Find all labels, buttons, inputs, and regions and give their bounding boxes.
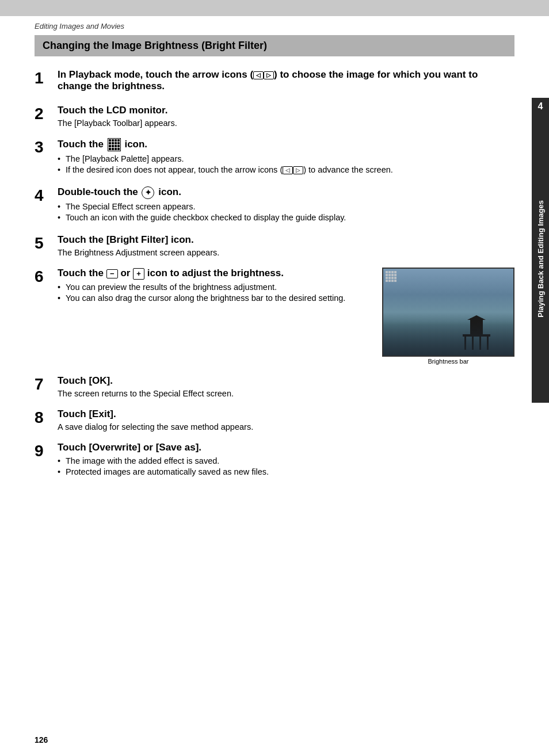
step-1: 1 In Playback mode, touch the arrow icon… (35, 69, 514, 94)
step-1-content: In Playback mode, touch the arrow icons … (58, 69, 514, 94)
right-arrow-icon: ▷ (264, 71, 274, 79)
page-number: 126 (35, 735, 48, 744)
step-4-bullet-1: The Special Effect screen appears. (58, 202, 514, 211)
step-number-7: 7 (35, 375, 58, 392)
brightness-bar-caption: Brightness bar (428, 358, 469, 365)
step-6-image: Cancel OK − + (382, 268, 514, 365)
step-3-bullet-1: The [Playback Palette] appears. (58, 154, 514, 163)
step-8: 8 Touch [Exit]. A save dialog for select… (35, 408, 514, 432)
step-7-title: Touch [OK]. (58, 375, 514, 387)
svg-rect-3 (487, 335, 489, 350)
sidebar-text: Playing Back and Editing Images (536, 200, 545, 318)
step-6: 6 Touch the − or + icon to adjust the br… (35, 268, 514, 365)
step-number-9: 9 (35, 442, 58, 459)
grid-icon (108, 138, 121, 151)
step-4-content: Double-touch the ✦ icon. The Special Eff… (58, 186, 514, 224)
step-1-title: In Playback mode, touch the arrow icons … (58, 69, 514, 92)
step-5: 5 Touch the [Bright Filter] icon. The Br… (35, 234, 514, 257)
minus-icon: − (106, 269, 118, 278)
step-5-title: Touch the [Bright Filter] icon. (58, 234, 514, 246)
step-number-8: 8 (35, 408, 58, 426)
sidebar: Playing Back and Editing Images (532, 115, 549, 403)
step-number-4: 4 (35, 186, 58, 204)
sidebar-number: 4 (532, 98, 549, 115)
step-2-content: Touch the LCD monitor. The [Playback Too… (58, 105, 514, 128)
svg-marker-6 (467, 315, 486, 320)
step-9-bullet-2: Protected images are automatically saved… (58, 467, 514, 476)
step-8-title: Touch [Exit]. (58, 408, 514, 420)
step-4: 4 Double-touch the ✦ icon. The Special E… (35, 186, 514, 224)
svg-rect-1 (472, 335, 474, 350)
breadcrumb: Editing Images and Movies (0, 16, 549, 35)
svg-rect-4 (463, 334, 490, 337)
step-3: 3 Touch the icon. The [Playback Palette]… (35, 138, 514, 176)
svg-rect-0 (464, 335, 466, 350)
camera-grid-icon (386, 271, 396, 282)
step-6-bullets: You can preview the results of the brigh… (58, 282, 371, 303)
left-arrow-icon: ◁ (253, 71, 264, 79)
svg-rect-5 (470, 318, 483, 335)
step-5-desc: The Brightness Adjustment screen appears… (58, 248, 514, 257)
camera-screen: Cancel OK − + (382, 268, 514, 357)
step-number-3: 3 (35, 138, 58, 155)
step-7: 7 Touch [OK]. The screen returns to the … (35, 375, 514, 398)
step-number-2: 2 (35, 105, 58, 122)
camera-screen-image (383, 269, 513, 356)
step-5-content: Touch the [Bright Filter] icon. The Brig… (58, 234, 514, 257)
step-9-content: Touch [Overwrite] or [Save as]. The imag… (58, 442, 514, 478)
step-3-bullets: The [Playback Palette] appears. If the d… (58, 154, 514, 174)
brightness-bar-label-group: Brightness bar (382, 358, 514, 365)
step-3-bullet-2: If the desired icon does not appear, tou… (58, 165, 514, 174)
step-3-content: Touch the icon. The [Playback Palette] a… (58, 138, 514, 176)
step-4-bullet-2: Touch an icon with the guide checkbox ch… (58, 213, 514, 222)
camera-btn-row: Cancel OK (383, 356, 513, 357)
step-number-6: 6 (35, 268, 58, 285)
step-6-bullet-2: You can also drag the cursor along the b… (58, 293, 371, 303)
step-2: 2 Touch the LCD monitor. The [Playback T… (35, 105, 514, 128)
pier-silhouette (462, 315, 496, 350)
step-7-desc: The screen returns to the Special Effect… (58, 389, 514, 398)
step-6-content: Touch the − or + icon to adjust the brig… (58, 268, 514, 365)
special-effect-icon: ✦ (142, 186, 154, 199)
step-3-title: Touch the icon. (58, 138, 514, 151)
step-7-content: Touch [OK]. The screen returns to the Sp… (58, 375, 514, 398)
step-2-title: Touch the LCD monitor. (58, 105, 514, 116)
step-9-bullet-1: The image with the added effect is saved… (58, 456, 514, 465)
svg-rect-2 (479, 335, 481, 350)
plus-icon: + (133, 268, 144, 280)
step-number-5: 5 (35, 234, 58, 251)
step-9-title: Touch [Overwrite] or [Save as]. (58, 442, 514, 453)
top-bar (0, 0, 549, 16)
step-6-title: Touch the − or + icon to adjust the brig… (58, 268, 371, 280)
step-number-1: 1 (35, 69, 58, 86)
step-4-bullets: The Special Effect screen appears. Touch… (58, 202, 514, 222)
step-9: 9 Touch [Overwrite] or [Save as]. The im… (35, 442, 514, 478)
step-8-content: Touch [Exit]. A save dialog for selectin… (58, 408, 514, 432)
right-arrow-icon-3: ▷ (293, 166, 303, 174)
step-2-desc: The [Playback Toolbar] appears. (58, 119, 514, 128)
step-8-desc: A save dialog for selecting the save met… (58, 422, 514, 432)
step-9-bullets: The image with the added effect is saved… (58, 456, 514, 476)
step-6-text: Touch the − or + icon to adjust the brig… (58, 268, 371, 304)
section-header: Changing the Image Brightness (Bright Fi… (35, 35, 514, 56)
left-arrow-icon-3: ◁ (283, 166, 293, 174)
step-4-title: Double-touch the ✦ icon. (58, 186, 514, 199)
step-6-bullet-1: You can preview the results of the brigh… (58, 282, 371, 292)
